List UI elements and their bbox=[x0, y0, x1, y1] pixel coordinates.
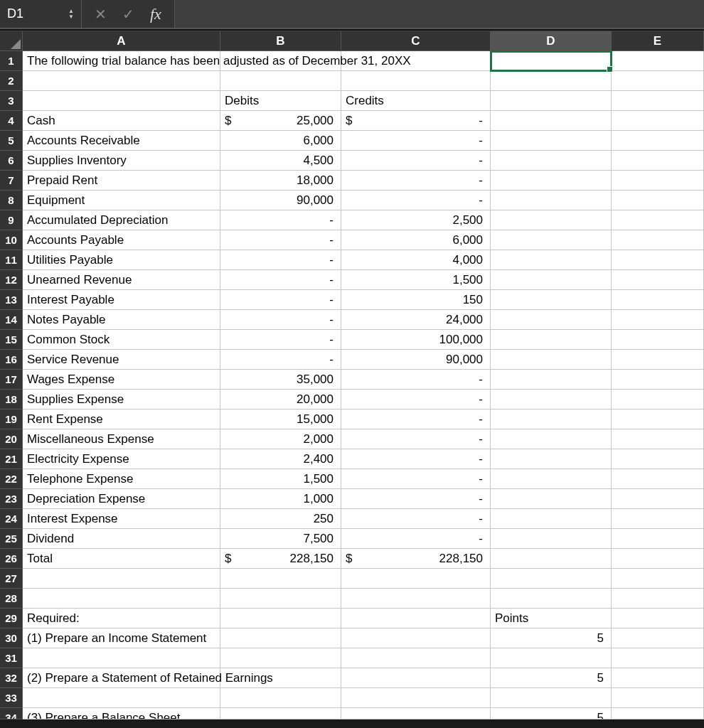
cell-C4[interactable]: $- bbox=[341, 111, 491, 131]
cell-B14[interactable]: - bbox=[220, 310, 341, 330]
row-header-28[interactable]: 28 bbox=[0, 589, 23, 609]
cell-B26[interactable]: $228,150 bbox=[220, 549, 341, 569]
row-header-24[interactable]: 24 bbox=[0, 509, 23, 529]
cell-E15[interactable] bbox=[612, 330, 704, 350]
cell-D34[interactable]: 5 bbox=[491, 708, 612, 719]
row-header-26[interactable]: 26 bbox=[0, 549, 23, 569]
row-header-16[interactable]: 16 bbox=[0, 350, 23, 370]
cell-E19[interactable] bbox=[612, 410, 704, 429]
cell-E25[interactable] bbox=[612, 529, 704, 549]
cell-D18[interactable] bbox=[491, 390, 612, 410]
cell-E33[interactable] bbox=[612, 688, 704, 708]
cell-B23[interactable]: 1,000 bbox=[220, 489, 341, 509]
row-header-10[interactable]: 10 bbox=[0, 230, 23, 250]
cell-A31[interactable] bbox=[23, 648, 220, 668]
cell-E10[interactable] bbox=[612, 230, 704, 250]
cell-D2[interactable] bbox=[491, 71, 612, 91]
cell-D5[interactable] bbox=[491, 131, 612, 151]
cell-E9[interactable] bbox=[612, 210, 704, 230]
cell-B30[interactable] bbox=[220, 628, 341, 648]
column-header-A[interactable]: A bbox=[23, 31, 220, 51]
cell-D30[interactable]: 5 bbox=[491, 628, 612, 648]
cell-C34[interactable] bbox=[341, 708, 491, 719]
cell-D10[interactable] bbox=[491, 230, 612, 250]
cell-B25[interactable]: 7,500 bbox=[220, 529, 341, 549]
cell-A28[interactable] bbox=[23, 589, 220, 609]
cell-D12[interactable] bbox=[491, 270, 612, 290]
cell-D1[interactable] bbox=[491, 51, 612, 71]
cell-B27[interactable] bbox=[220, 569, 341, 589]
row-header-30[interactable]: 30 bbox=[0, 628, 23, 648]
cell-B17[interactable]: 35,000 bbox=[220, 370, 341, 390]
cell-B13[interactable]: - bbox=[220, 290, 341, 310]
cancel-icon[interactable]: ✕ bbox=[95, 6, 107, 23]
column-header-B[interactable]: B bbox=[220, 31, 341, 51]
cell-B34[interactable] bbox=[220, 708, 341, 719]
cell-A3[interactable] bbox=[23, 91, 220, 111]
cell-E2[interactable] bbox=[612, 71, 704, 91]
cell-A34[interactable]: (3) Prepare a Balance Sheet bbox=[23, 708, 220, 719]
spreadsheet-grid[interactable]: ABCDE1The following trial balance has be… bbox=[0, 31, 704, 719]
cell-B19[interactable]: 15,000 bbox=[220, 410, 341, 429]
cell-D32[interactable]: 5 bbox=[491, 668, 612, 688]
cell-A4[interactable]: Cash bbox=[23, 111, 220, 131]
cell-A27[interactable] bbox=[23, 569, 220, 589]
cell-C18[interactable]: - bbox=[341, 390, 491, 410]
cell-D20[interactable] bbox=[491, 429, 612, 449]
cell-A24[interactable]: Interest Expense bbox=[23, 509, 220, 529]
accept-icon[interactable]: ✓ bbox=[122, 6, 134, 23]
cell-D24[interactable] bbox=[491, 509, 612, 529]
cell-E16[interactable] bbox=[612, 350, 704, 370]
cell-D14[interactable] bbox=[491, 310, 612, 330]
row-header-7[interactable]: 7 bbox=[0, 171, 23, 191]
cell-D6[interactable] bbox=[491, 151, 612, 171]
cell-E34[interactable] bbox=[612, 708, 704, 719]
row-header-23[interactable]: 23 bbox=[0, 489, 23, 509]
cell-D7[interactable] bbox=[491, 171, 612, 191]
cell-E3[interactable] bbox=[612, 91, 704, 111]
cell-E12[interactable] bbox=[612, 270, 704, 290]
column-header-E[interactable]: E bbox=[612, 31, 704, 51]
cell-D27[interactable] bbox=[491, 569, 612, 589]
cell-C14[interactable]: 24,000 bbox=[341, 310, 491, 330]
column-header-D[interactable]: D bbox=[491, 31, 612, 51]
cell-E6[interactable] bbox=[612, 151, 704, 171]
row-header-14[interactable]: 14 bbox=[0, 310, 23, 330]
row-header-20[interactable]: 20 bbox=[0, 429, 23, 449]
cell-C7[interactable]: - bbox=[341, 171, 491, 191]
cell-A17[interactable]: Wages Expense bbox=[23, 370, 220, 390]
cell-D13[interactable] bbox=[491, 290, 612, 310]
row-header-33[interactable]: 33 bbox=[0, 688, 23, 708]
cell-A25[interactable]: Dividend bbox=[23, 529, 220, 549]
cell-E17[interactable] bbox=[612, 370, 704, 390]
row-header-15[interactable]: 15 bbox=[0, 330, 23, 350]
cell-C15[interactable]: 100,000 bbox=[341, 330, 491, 350]
cell-B6[interactable]: 4,500 bbox=[220, 151, 341, 171]
cell-C32[interactable] bbox=[341, 668, 491, 688]
cell-E32[interactable] bbox=[612, 668, 704, 688]
cell-D23[interactable] bbox=[491, 489, 612, 509]
row-header-11[interactable]: 11 bbox=[0, 250, 23, 270]
name-box-stepper-icon[interactable]: ▲▼ bbox=[68, 9, 74, 20]
cell-A30[interactable]: (1) Prepare an Income Statement bbox=[23, 628, 220, 648]
cell-A16[interactable]: Service Revenue bbox=[23, 350, 220, 370]
cell-A20[interactable]: Miscellaneous Expense bbox=[23, 429, 220, 449]
cell-C9[interactable]: 2,500 bbox=[341, 210, 491, 230]
cell-A13[interactable]: Interest Payable bbox=[23, 290, 220, 310]
cell-C23[interactable]: - bbox=[341, 489, 491, 509]
row-header-6[interactable]: 6 bbox=[0, 151, 23, 171]
row-header-31[interactable]: 31 bbox=[0, 648, 23, 668]
cell-A12[interactable]: Unearned Revenue bbox=[23, 270, 220, 290]
cell-A26[interactable]: Total bbox=[23, 549, 220, 569]
cell-B29[interactable] bbox=[220, 609, 341, 628]
row-header-1[interactable]: 1 bbox=[0, 51, 23, 71]
cell-D31[interactable] bbox=[491, 648, 612, 668]
cell-E24[interactable] bbox=[612, 509, 704, 529]
cell-A1[interactable]: The following trial balance has been adj… bbox=[23, 51, 220, 71]
cell-E22[interactable] bbox=[612, 469, 704, 489]
cell-C3[interactable]: Credits bbox=[341, 91, 491, 111]
cell-C22[interactable]: - bbox=[341, 469, 491, 489]
cell-A19[interactable]: Rent Expense bbox=[23, 410, 220, 429]
cell-D19[interactable] bbox=[491, 410, 612, 429]
row-header-2[interactable]: 2 bbox=[0, 71, 23, 91]
